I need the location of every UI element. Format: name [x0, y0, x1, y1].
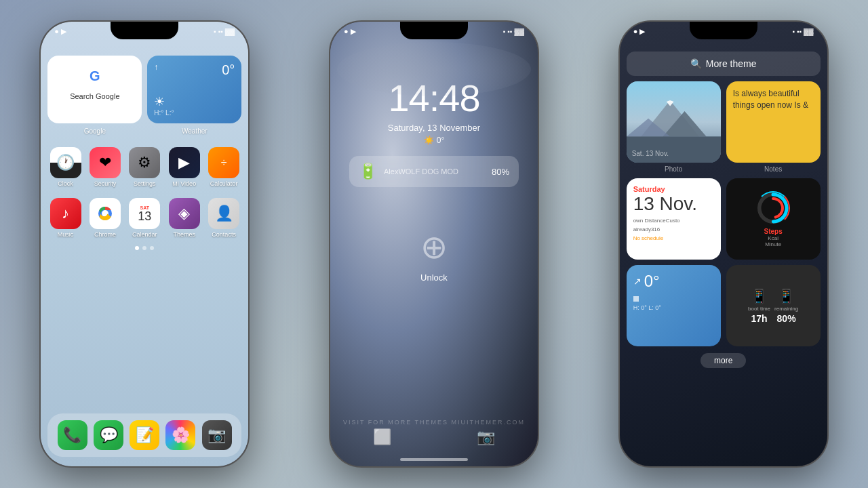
remaining-value: 80%	[777, 313, 796, 324]
lock-date: Saturday, 13 November	[388, 123, 480, 133]
app-grid-row2: ♪ Music Chrome SAT 13	[41, 192, 248, 243]
settings-icon: ⚙	[129, 147, 160, 178]
dot-2	[142, 246, 146, 250]
battery-icon-w: ▓▓	[804, 28, 814, 35]
app-clock[interactable]: 🕐 Clock	[47, 147, 83, 187]
more-button[interactable]: more	[701, 353, 746, 368]
weather2-arrow: ↗	[633, 276, 642, 287]
weather2-widget[interactable]: ↗ 0° H: 0° L: 0°	[627, 265, 721, 346]
signal-icon-w: ▪▪	[797, 28, 802, 35]
wifi-icon: ▪	[214, 28, 216, 35]
calendar-widget[interactable]: Saturday 13 Nov. own DistanceCusto alrea…	[627, 178, 721, 260]
cal-info2: already316	[633, 226, 714, 232]
boot-time-item: 📱 boot time 17h	[748, 288, 770, 324]
photo-widget[interactable]: Sat. 13 Nov.	[627, 81, 721, 163]
signal-icon-lock: ▪▪	[507, 28, 512, 35]
cal-info3: No schedule	[633, 235, 714, 241]
google-g: G	[90, 68, 100, 84]
google-search-label: Search Google	[70, 92, 119, 100]
unlock-label: Unlock	[420, 272, 448, 283]
weather2-col: ↗ 0° H: 0° L: 0°	[627, 265, 721, 346]
cal-info1: own DistanceCusto	[633, 218, 714, 224]
notes-text: Is always beautiful things open now Is &	[733, 88, 814, 111]
lock-camera-icon[interactable]: 📷	[477, 428, 495, 446]
location-icon: ↑	[154, 62, 158, 72]
lock-weather-icon: ☀️	[424, 136, 434, 145]
lock-bottom-bar: ⬜ 📷	[330, 428, 538, 446]
dock-phone[interactable]: 📞	[58, 420, 87, 450]
cal-day: Saturday	[633, 185, 714, 193]
google-logo: G	[83, 64, 107, 88]
weather-temp: 0°	[222, 62, 235, 78]
notes-widget[interactable]: Is always beautiful things open now Is &	[726, 81, 821, 163]
music-label: Music	[58, 231, 74, 238]
widget-row-3: ↗ 0° H: 0° L: 0° 📱 boot time 17h	[627, 265, 821, 346]
lock-flashlight-icon[interactable]: ⬜	[373, 428, 391, 446]
calculator-label: Calculator	[210, 180, 238, 187]
phone-app-icon: 📞	[58, 420, 87, 450]
app-contacts[interactable]: 👤 Contacts	[206, 198, 241, 238]
dock-camera[interactable]: 📷	[202, 420, 232, 450]
app-calendar[interactable]: SAT 13 Calendar	[127, 198, 162, 238]
widgets-row: G Search Google Google ↑ 0° ☀ H:° L:°	[41, 22, 248, 142]
search-icon-w: 🔍	[690, 58, 702, 69]
google-widget[interactable]: G Search Google	[47, 56, 142, 123]
app-settings[interactable]: ⚙ Settings	[127, 147, 162, 187]
app-themes[interactable]: ◈ Themes	[167, 198, 202, 238]
dock-photos[interactable]: 🌸	[165, 420, 195, 450]
app-security[interactable]: ❤ Security	[87, 147, 123, 187]
app-chrome[interactable]: Chrome	[87, 198, 123, 238]
weather2-hilo: H: 0° L: 0°	[633, 304, 714, 311]
app-mivideo[interactable]: ▶ Mi Video	[167, 147, 202, 187]
steps-widget[interactable]: Steps Kcal Minute	[726, 178, 821, 260]
dock-messages[interactable]: 💬	[94, 420, 123, 450]
notes-col: Is always beautiful things open now Is &…	[726, 81, 821, 173]
contacts-icon: 👤	[208, 198, 239, 229]
fingerprint-icon[interactable]: ⊕	[420, 228, 448, 266]
boot-col: 📱 boot time 17h 📱 remaining 80%	[726, 265, 821, 346]
weather-widget[interactable]: ↑ 0° ☀ H:° L:°	[147, 56, 241, 123]
notif-text: AlexWOLF DOG MOD	[384, 167, 485, 176]
widget-screen: ● ▶ ▪ ▪▪ ▓▓ 🔍 More theme	[620, 22, 827, 466]
svg-point-10	[764, 199, 783, 218]
clock-icon: 🕐	[50, 147, 81, 178]
steps-minute: Minute	[765, 241, 781, 247]
calendar-col: Saturday 13 Nov. own DistanceCusto alrea…	[627, 178, 721, 260]
photos-icon: 🌸	[165, 420, 195, 450]
notch-1	[111, 22, 178, 39]
lock-weather: ☀️ 0°	[424, 136, 444, 145]
battery-icon: ▓▓	[225, 28, 235, 35]
photo-col: Sat. 13 Nov. Photo	[627, 81, 721, 173]
notch-3	[690, 22, 757, 39]
dock-notes[interactable]: 📝	[130, 420, 159, 450]
calculator-icon: ÷	[208, 147, 239, 178]
contacts-label: Contacts	[212, 231, 236, 238]
phone-home: ● ▶ ▪ ▪▪ ▓▓ G Search Google Google	[39, 20, 250, 468]
dot-3	[150, 246, 154, 250]
security-icon: ❤	[90, 147, 121, 178]
status-left: ● ▶	[54, 27, 66, 36]
status-left-w: ● ▶	[633, 27, 646, 36]
steps-col: Steps Kcal Minute	[726, 178, 821, 260]
more-btn-row: more	[627, 353, 821, 368]
music-icon: ♪	[50, 198, 81, 229]
boot-widget[interactable]: 📱 boot time 17h 📱 remaining 80%	[726, 265, 821, 346]
more-theme-button[interactable]: 🔍 More theme	[627, 52, 821, 76]
chrome-icon	[90, 198, 121, 229]
boot-time-value: 17h	[751, 313, 768, 324]
mivideo-label: Mi Video	[172, 180, 196, 187]
security-label: Security	[94, 180, 117, 187]
settings-label: Settings	[134, 180, 156, 187]
battery-notif-icon: 🔋	[359, 163, 377, 180]
notif-app-name: AlexWOLF DOG MOD	[384, 167, 485, 176]
app-music[interactable]: ♪ Music	[47, 198, 83, 238]
lock-screen: ● ▶ ▪ ▪▪ ▓▓ 14:48 Saturday, 13 November …	[330, 22, 538, 466]
weather-widget-col: ↑ 0° ☀ H:° L:° Weather	[147, 56, 241, 135]
weather-app-label: Weather	[147, 127, 241, 135]
page-dots	[41, 246, 248, 250]
steps-kcal: Kcal	[768, 235, 778, 241]
clock-label: Clock	[58, 180, 73, 187]
status-left-lock: ● ▶	[344, 27, 356, 36]
phone-icon-2: 📱	[778, 288, 795, 304]
app-calculator[interactable]: ÷ Calculator	[206, 147, 241, 187]
